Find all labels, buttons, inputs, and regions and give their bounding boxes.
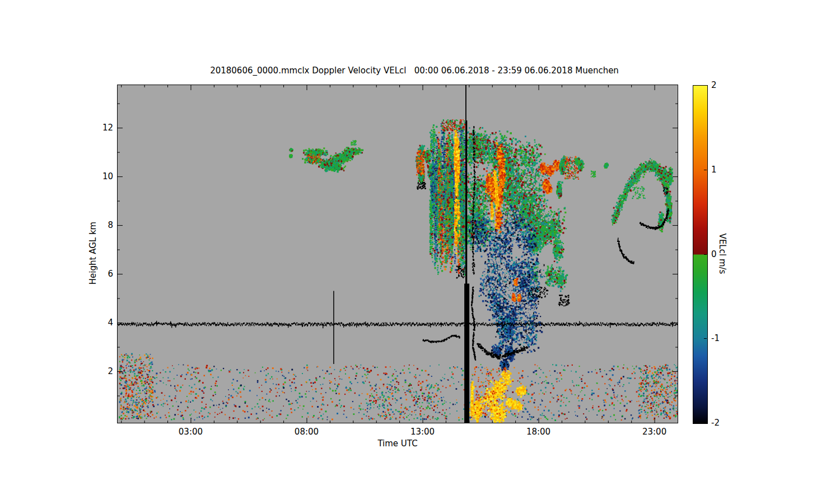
heatmap-canvas bbox=[118, 85, 678, 423]
x-tick-label: 23:00 bbox=[642, 427, 666, 437]
colorbar-tick-mark bbox=[704, 338, 707, 339]
y-tick-label: 8 bbox=[108, 220, 113, 230]
colorbar-tick-label: 2 bbox=[711, 80, 717, 90]
plot-title: 20180606_0000.mmclx Doppler Velocity VEL… bbox=[210, 66, 619, 76]
colorbar-tick-label: -1 bbox=[711, 333, 720, 343]
x-axis-label: Time UTC bbox=[377, 438, 417, 449]
colorbar-label: VELcl m/s bbox=[717, 234, 727, 274]
colorbar-tick-mark bbox=[704, 170, 707, 170]
colorbar-tick-label: 1 bbox=[711, 165, 717, 175]
colorbar-tick-label: -2 bbox=[711, 418, 720, 428]
x-tick-label: 13:00 bbox=[410, 427, 435, 437]
y-axis-label: Height AGL km bbox=[88, 222, 98, 284]
colorbar-tick-label: 0 bbox=[711, 249, 717, 259]
y-tick-label: 10 bbox=[102, 171, 113, 181]
x-tick-label: 03:00 bbox=[179, 427, 203, 437]
colorbar-tick-mark bbox=[704, 422, 707, 423]
colorbar-tick-mark bbox=[704, 254, 707, 255]
doppler-velocity-plot-page: 20180606_0000.mmclx Doppler Velocity VEL… bbox=[0, 0, 840, 504]
x-tick-label: 18:00 bbox=[526, 427, 550, 437]
colorbar-tick-mark bbox=[704, 85, 707, 86]
y-tick-label: 4 bbox=[108, 318, 113, 328]
y-tick-label: 6 bbox=[108, 269, 113, 279]
y-tick-label: 12 bbox=[102, 123, 113, 133]
colorbar bbox=[693, 85, 708, 424]
y-tick-label: 2 bbox=[108, 366, 113, 376]
x-tick-label: 08:00 bbox=[295, 427, 319, 437]
